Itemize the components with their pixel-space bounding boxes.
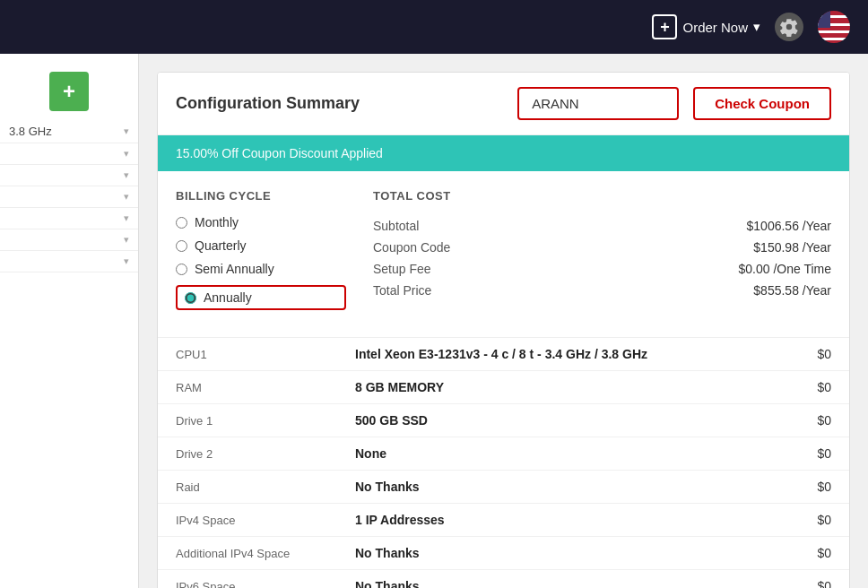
table-row: CPU1 Intel Xeon E3-1231v3 - 4 c / 8 t - …: [158, 338, 849, 371]
cost-row-setup: Setup Fee $0.00 /One Time: [373, 258, 831, 280]
sidebar-chevron-6: ▾: [124, 255, 129, 267]
config-card: Configuration Summary Check Coupon 15.00…: [157, 72, 850, 588]
order-now-chevron: ▾: [753, 19, 760, 35]
item-price: $0: [795, 546, 831, 560]
billing-label-monthly: Monthly: [195, 215, 239, 229]
cost-label-subtotal: Subtotal: [373, 219, 419, 233]
item-price: $0: [795, 380, 831, 394]
sidebar-chevron-2: ▾: [124, 169, 129, 181]
billing-option-semi-annually[interactable]: Semi Annually: [176, 262, 346, 276]
billing-section: BILLING CYCLE Monthly Quarterly Se: [176, 189, 373, 310]
sidebar-add-button[interactable]: +: [49, 72, 89, 111]
table-row: IPv4 Space 1 IP Addresses $0: [158, 504, 849, 537]
sidebar-cpu-speed-value: 3.8 GHz: [9, 125, 52, 138]
cost-row-total: Total Price $855.58 /Year: [373, 280, 831, 301]
billing-radio-monthly[interactable]: [176, 217, 187, 229]
sidebar-chevron-1: ▾: [124, 148, 129, 160]
sidebar-row-1[interactable]: ▾: [0, 143, 138, 165]
cost-row-subtotal: Subtotal $1006.56 /Year: [373, 215, 831, 237]
topnav: + Order Now ▾: [0, 0, 868, 54]
item-price: $0: [795, 513, 831, 527]
sidebar-row-2[interactable]: ▾: [0, 165, 138, 186]
discount-banner: 15.00% Off Coupon Discount Applied: [158, 135, 849, 171]
total-cost-section: TOTAL COST Subtotal $1006.56 /Year Coupo…: [373, 189, 831, 310]
main-layout: + 3.8 GHz ▾ ▾ ▾ ▾ ▾ ▾ ▾: [0, 54, 868, 588]
cost-label-total: Total Price: [373, 283, 431, 298]
table-row: Raid No Thanks $0: [158, 471, 849, 504]
item-price: $0: [795, 413, 831, 428]
item-value: No Thanks: [355, 480, 795, 494]
order-now-button[interactable]: + Order Now ▾: [652, 14, 760, 39]
billing-option-annually[interactable]: Annually: [176, 285, 346, 310]
table-row: IPv6 Space No Thanks $0: [158, 570, 849, 588]
sidebar-chevron-0: ▾: [124, 125, 129, 137]
table-row: Drive 2 None $0: [158, 437, 849, 471]
table-row: Additional IPv4 Space No Thanks $0: [158, 537, 849, 570]
cost-value-subtotal: $1006.56 /Year: [747, 219, 831, 233]
item-value: 500 GB SSD: [355, 413, 795, 428]
item-label: IPv6 Space: [176, 580, 355, 589]
items-table: CPU1 Intel Xeon E3-1231v3 - 4 c / 8 t - …: [158, 337, 849, 588]
cost-value-setup: $0.00 /One Time: [738, 262, 831, 276]
cost-table: Subtotal $1006.56 /Year Coupon Code $150…: [373, 215, 831, 301]
item-label: Additional IPv4 Space: [176, 547, 355, 560]
sidebar: + 3.8 GHz ▾ ▾ ▾ ▾ ▾ ▾ ▾: [0, 54, 139, 588]
item-price: $0: [795, 480, 831, 494]
config-header: Configuration Summary Check Coupon: [158, 73, 849, 135]
language-flag[interactable]: [818, 11, 850, 43]
billing-label-semi-annually: Semi Annually: [195, 262, 274, 276]
coupon-input[interactable]: [517, 87, 679, 120]
sidebar-row-4[interactable]: ▾: [0, 208, 138, 229]
billing-option-quarterly[interactable]: Quarterly: [176, 238, 346, 253]
table-row: RAM 8 GB MEMORY $0: [158, 371, 849, 404]
check-coupon-button[interactable]: Check Coupon: [693, 87, 831, 120]
settings-icon[interactable]: [775, 13, 803, 41]
sidebar-row-6[interactable]: ▾: [0, 251, 138, 272]
order-now-plus-icon: +: [652, 14, 677, 39]
billing-radio-semi-annually[interactable]: [176, 264, 187, 275]
item-label: IPv4 Space: [176, 514, 355, 527]
item-label: RAM: [176, 381, 355, 394]
billing-radio-quarterly[interactable]: [176, 240, 187, 252]
sidebar-chevron-3: ▾: [124, 191, 129, 203]
cost-row-coupon: Coupon Code $150.98 /Year: [373, 237, 831, 258]
cost-value-total: $855.58 /Year: [753, 283, 831, 298]
sidebar-row-5[interactable]: ▾: [0, 229, 138, 251]
config-title: Configuration Summary: [176, 94, 503, 113]
table-row: Drive 1 500 GB SSD $0: [158, 404, 849, 437]
item-label: Raid: [176, 480, 355, 494]
cost-label-setup: Setup Fee: [373, 262, 431, 276]
total-cost-header: TOTAL COST: [373, 189, 831, 203]
item-label: Drive 1: [176, 414, 355, 428]
billing-header: BILLING CYCLE: [176, 189, 346, 203]
item-value: Intel Xeon E3-1231v3 - 4 c / 8 t - 3.4 G…: [355, 347, 795, 361]
main-content: Configuration Summary Check Coupon 15.00…: [139, 54, 868, 588]
sidebar-chevron-5: ▾: [124, 234, 129, 246]
billing-label-quarterly: Quarterly: [195, 238, 247, 253]
item-price: $0: [795, 347, 831, 361]
item-value: No Thanks: [355, 579, 795, 588]
item-value: 1 IP Addresses: [355, 513, 795, 527]
item-label: Drive 2: [176, 447, 355, 461]
order-now-label: Order Now: [682, 20, 748, 35]
item-value: No Thanks: [355, 546, 795, 560]
billing-radio-annually[interactable]: [185, 292, 196, 304]
item-price: $0: [795, 446, 831, 461]
sidebar-chevron-4: ▾: [124, 212, 129, 224]
cost-value-coupon: $150.98 /Year: [753, 240, 831, 255]
cost-label-coupon: Coupon Code: [373, 240, 450, 255]
billing-options: Monthly Quarterly Semi Annually: [176, 215, 346, 310]
item-value: None: [355, 446, 795, 461]
billing-option-monthly[interactable]: Monthly: [176, 215, 346, 229]
config-body: BILLING CYCLE Monthly Quarterly Se: [158, 171, 849, 328]
sidebar-row-3[interactable]: ▾: [0, 186, 138, 208]
item-label: CPU1: [176, 348, 355, 361]
sidebar-cpu-speed[interactable]: 3.8 GHz ▾: [0, 120, 138, 143]
item-price: $0: [795, 579, 831, 588]
billing-label-annually: Annually: [204, 290, 252, 305]
item-value: 8 GB MEMORY: [355, 380, 795, 394]
